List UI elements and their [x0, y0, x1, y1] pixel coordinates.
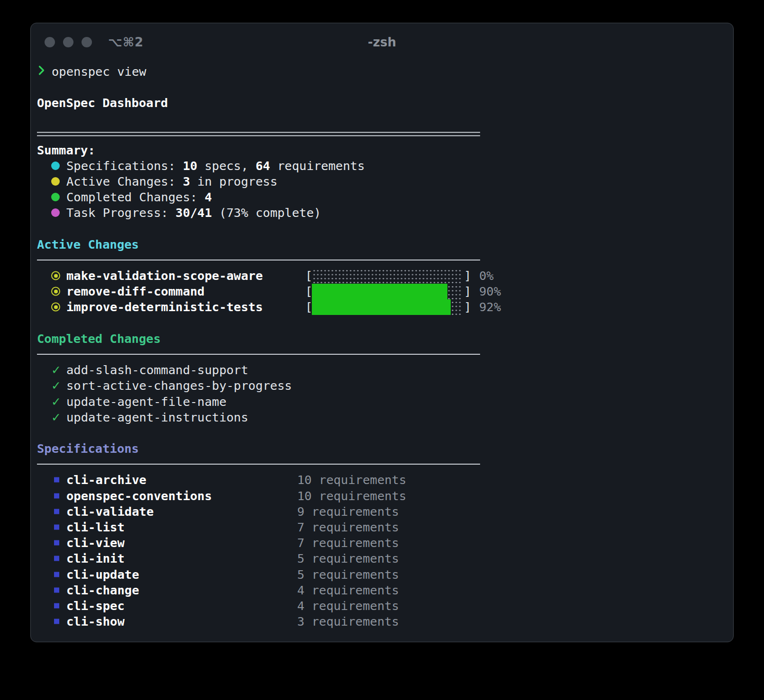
- summary-mid: (73% complete): [212, 206, 321, 220]
- spec-requirements: 4 requirements: [297, 599, 399, 613]
- check-icon: ✓: [51, 395, 61, 408]
- summary-item-specifications: Specifications: 10 specs, 64 requirement…: [37, 158, 727, 173]
- blue-square-icon: [54, 603, 59, 608]
- window-title: -zsh: [31, 35, 733, 49]
- summary-value: 30/41: [175, 206, 212, 220]
- spec-name: cli-show: [66, 614, 125, 628]
- spacer: [37, 425, 727, 440]
- progress-bar: [312, 268, 463, 283]
- summary-value: 4: [205, 190, 212, 204]
- summary-item-text: Active Changes: 3 in progress: [66, 174, 277, 188]
- spec-row: openspec-conventions 10 requirements: [37, 488, 727, 503]
- spec-name: cli-update: [66, 567, 139, 582]
- completed-change-name: add-slash-command-support: [66, 363, 248, 377]
- spec-name: cli-spec: [66, 599, 125, 613]
- spec-requirements: 4 requirements: [297, 583, 399, 597]
- blue-square-icon: [54, 525, 59, 530]
- prompt-chevron-icon: [38, 64, 45, 79]
- spec-name: cli-view: [66, 536, 125, 550]
- separator-line: [37, 457, 727, 472]
- progress-percent: 92%: [479, 300, 501, 314]
- spec-requirements: 9 requirements: [297, 504, 399, 519]
- spec-requirements: 5 requirements: [297, 567, 399, 582]
- fisheye-bullet-icon: [51, 287, 60, 296]
- summary-item-task-progress: Task Progress: 30/41 (73% complete): [37, 205, 727, 221]
- spec-requirements: 7 requirements: [297, 536, 399, 550]
- summary-heading-line: Summary:: [37, 142, 727, 158]
- summary-heading: Summary:: [37, 143, 95, 157]
- blue-square-icon: [54, 572, 59, 577]
- progress-fill: [312, 284, 447, 299]
- dashboard-title-line: OpenSpec Dashboard: [37, 95, 727, 110]
- magenta-dot-icon: [51, 208, 60, 217]
- active-changes-heading: Active Changes: [37, 237, 139, 251]
- spec-requirements: 5 requirements: [297, 551, 399, 565]
- completed-change-row: ✓ sort-active-changes-by-progress: [37, 378, 727, 394]
- summary-value: 64: [255, 159, 270, 173]
- progress-percent: 90%: [479, 284, 501, 298]
- spec-row: cli-update 5 requirements: [37, 566, 727, 582]
- specifications-heading-line: Specifications: [37, 441, 727, 457]
- completed-changes-heading: Completed Changes: [37, 332, 161, 346]
- progress-bar: [312, 299, 463, 315]
- summary-mid: in progress: [190, 174, 277, 188]
- spec-name: cli-init: [66, 551, 125, 565]
- terminal-screen[interactable]: openspec view OpenSpec Dashboard Summary…: [31, 61, 733, 629]
- separator-line: [37, 346, 727, 362]
- blue-square-icon: [54, 540, 59, 546]
- change-name: remove-diff-command: [66, 284, 205, 298]
- blue-square-icon: [54, 587, 59, 592]
- specifications-heading: Specifications: [37, 441, 139, 456]
- spacer: [37, 111, 727, 126]
- active-change-row: improve-deterministic-tests [ ] 92%: [37, 299, 727, 315]
- spec-name: cli-validate: [66, 504, 154, 519]
- spec-requirements: 3 requirements: [297, 614, 399, 628]
- summary-label: Completed Changes:: [66, 190, 205, 204]
- completed-change-name: sort-active-changes-by-progress: [66, 378, 292, 393]
- spec-row: cli-validate 9 requirements: [37, 503, 727, 519]
- desktop: { "window": { "tab_shortcut": "⌥⌘2", "ti…: [0, 0, 764, 700]
- spec-row: cli-archive 10 requirements: [37, 472, 727, 488]
- fisheye-bullet-icon: [51, 303, 60, 312]
- spacer: [37, 315, 727, 331]
- completed-change-row: ✓ update-agent-instructions: [37, 409, 727, 425]
- summary-label: Task Progress:: [66, 206, 175, 220]
- double-rule: [37, 132, 480, 136]
- summary-item-text: Task Progress: 30/41 (73% complete): [66, 206, 321, 220]
- change-name: make-validation-scope-aware: [66, 269, 263, 283]
- spec-name: cli-change: [66, 583, 139, 597]
- check-icon: ✓: [51, 363, 61, 377]
- bracket-close: ]: [464, 284, 471, 298]
- completed-change-name: update-agent-instructions: [66, 410, 248, 424]
- blue-square-icon: [54, 493, 59, 498]
- change-name: improve-deterministic-tests: [66, 300, 263, 314]
- double-separator-line: [37, 126, 727, 142]
- spec-row: cli-show 3 requirements: [37, 614, 727, 629]
- green-dot-icon: [51, 193, 60, 201]
- prompt-line: openspec view: [37, 63, 727, 79]
- spacer: [37, 221, 727, 236]
- summary-item-completed-changes: Completed Changes: 4: [37, 189, 727, 205]
- blue-square-icon: [54, 477, 59, 483]
- check-icon: ✓: [51, 410, 61, 424]
- active-changes-heading-line: Active Changes: [37, 236, 727, 252]
- blue-square-icon: [54, 619, 59, 624]
- rule: [37, 464, 480, 465]
- progress-fill: [312, 299, 451, 315]
- spec-row: cli-view 7 requirements: [37, 535, 727, 551]
- spec-row: cli-change 4 requirements: [37, 582, 727, 598]
- yellow-dot-icon: [51, 177, 60, 186]
- summary-label: Specifications:: [66, 159, 183, 173]
- completed-changes-heading-line: Completed Changes: [37, 331, 727, 346]
- progress-percent: 0%: [479, 269, 494, 283]
- spec-row: cli-spec 4 requirements: [37, 598, 727, 613]
- titlebar[interactable]: ⌥⌘2 -zsh: [31, 23, 733, 61]
- spec-requirements: 10 requirements: [297, 473, 406, 487]
- spec-row: cli-init 5 requirements: [37, 551, 727, 566]
- blue-square-icon: [54, 556, 59, 561]
- spec-requirements: 7 requirements: [297, 520, 399, 534]
- completed-change-name: update-agent-file-name: [66, 395, 227, 409]
- check-icon: ✓: [51, 379, 61, 393]
- separator-line: [37, 252, 727, 268]
- completed-change-row: ✓ add-slash-command-support: [37, 362, 727, 378]
